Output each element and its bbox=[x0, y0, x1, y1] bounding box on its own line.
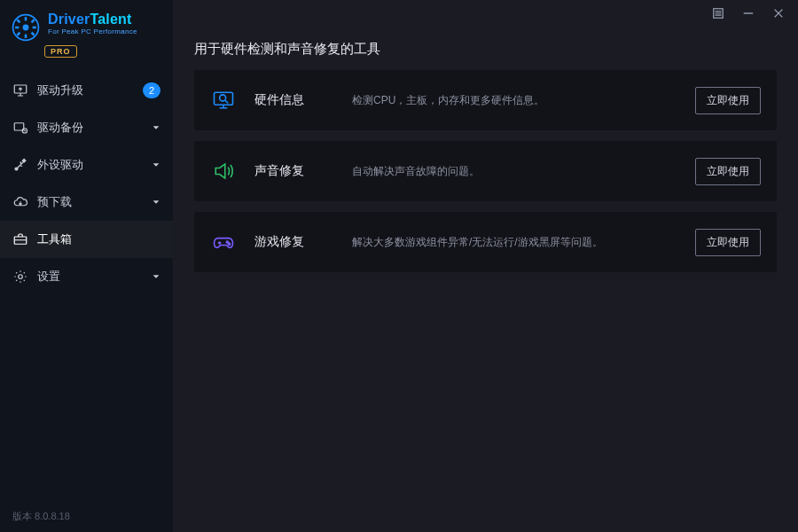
gear-icon bbox=[12, 269, 28, 285]
svg-rect-4 bbox=[15, 27, 19, 29]
clock-restore-icon bbox=[12, 120, 28, 136]
svg-point-13 bbox=[15, 168, 18, 170]
badge-count: 2 bbox=[143, 82, 160, 98]
svg-rect-7 bbox=[31, 19, 35, 23]
use-now-button[interactable]: 立即使用 bbox=[695, 158, 761, 185]
tool-list: 硬件信息 检测CPU，主板，内存和更多硬件信息。 立即使用 声音修复 自动解决声… bbox=[173, 70, 798, 272]
toolbox-icon bbox=[12, 231, 28, 247]
svg-point-19 bbox=[220, 95, 226, 101]
app-subtitle: For Peak PC Performance bbox=[48, 28, 137, 35]
version-label: 版本 8.0.8.18 bbox=[12, 510, 70, 523]
tool-name: 声音修复 bbox=[254, 163, 334, 179]
sidebar: DriverTalent For Peak PC Performance PRO… bbox=[0, 0, 173, 532]
magnifier-monitor-icon bbox=[210, 87, 237, 113]
tool-desc: 检测CPU，主板，内存和更多硬件信息。 bbox=[352, 93, 677, 108]
sidebar-item-toolbox[interactable]: 工具箱 bbox=[0, 221, 173, 258]
svg-point-21 bbox=[229, 243, 231, 245]
usb-icon bbox=[12, 157, 28, 173]
svg-rect-8 bbox=[17, 32, 21, 36]
window-titlebar bbox=[173, 0, 798, 27]
app-title: DriverTalent bbox=[48, 12, 137, 27]
svg-point-20 bbox=[226, 241, 228, 243]
menu-icon[interactable] bbox=[711, 6, 725, 20]
pro-badge: PRO bbox=[44, 45, 77, 58]
sidebar-item-label: 工具箱 bbox=[37, 231, 160, 247]
chevron-down-icon bbox=[152, 198, 160, 207]
tool-card-sound-repair: 声音修复 自动解决声音故障的问题。 立即使用 bbox=[194, 141, 777, 201]
sidebar-item-label: 驱动备份 bbox=[37, 120, 143, 136]
sidebar-item-label: 设置 bbox=[37, 269, 143, 285]
close-button[interactable] bbox=[771, 6, 786, 20]
chevron-down-icon bbox=[152, 160, 160, 169]
chevron-down-icon bbox=[152, 272, 160, 281]
sidebar-item-settings[interactable]: 设置 bbox=[0, 258, 173, 295]
use-now-button[interactable]: 立即使用 bbox=[695, 229, 761, 256]
svg-rect-5 bbox=[33, 27, 36, 29]
svg-point-16 bbox=[19, 275, 23, 279]
svg-rect-3 bbox=[25, 35, 27, 38]
use-now-button[interactable]: 立即使用 bbox=[695, 87, 761, 114]
sidebar-item-driver-backup[interactable]: 驱动备份 bbox=[0, 109, 173, 146]
svg-rect-6 bbox=[17, 19, 21, 23]
cloud-download-icon bbox=[12, 194, 28, 210]
sidebar-item-peripheral-drivers[interactable]: 外设驱动 bbox=[0, 146, 173, 184]
logo-gear-icon bbox=[11, 12, 41, 43]
svg-rect-9 bbox=[31, 32, 35, 36]
gamepad-icon bbox=[210, 229, 237, 255]
sidebar-item-pre-download[interactable]: 预下载 bbox=[0, 184, 173, 221]
sidebar-item-label: 驱动升级 bbox=[37, 82, 134, 98]
tool-card-hardware-info: 硬件信息 检测CPU，主板，内存和更多硬件信息。 立即使用 bbox=[194, 70, 777, 130]
main: 用于硬件检测和声音修复的工具 硬件信息 检测CPU，主板，内存和更多硬件信息。 … bbox=[173, 0, 798, 532]
svg-rect-2 bbox=[25, 17, 27, 20]
tool-desc: 自动解决声音故障的问题。 bbox=[352, 164, 677, 179]
tool-name: 游戏修复 bbox=[254, 234, 334, 250]
chevron-down-icon bbox=[152, 123, 160, 132]
svg-point-1 bbox=[23, 25, 29, 31]
tool-card-game-repair: 游戏修复 解决大多数游戏组件异常/无法运行/游戏黑屏等问题。 立即使用 bbox=[194, 212, 777, 272]
sidebar-item-label: 外设驱动 bbox=[37, 157, 143, 173]
page-title: 用于硬件检测和声音修复的工具 bbox=[194, 41, 798, 58]
minimize-button[interactable] bbox=[741, 6, 755, 20]
sidebar-item-driver-upgrade[interactable]: 驱动升级 2 bbox=[0, 72, 173, 109]
sidebar-item-label: 预下载 bbox=[37, 194, 143, 210]
logo: DriverTalent For Peak PC Performance PRO bbox=[0, 0, 173, 63]
tool-desc: 解决大多数游戏组件异常/无法运行/游戏黑屏等问题。 bbox=[352, 235, 677, 250]
speaker-icon bbox=[210, 158, 237, 184]
sidebar-nav: 驱动升级 2 驱动备份 外设驱动 bbox=[0, 72, 173, 295]
monitor-up-icon bbox=[12, 82, 28, 98]
tool-name: 硬件信息 bbox=[254, 92, 334, 108]
